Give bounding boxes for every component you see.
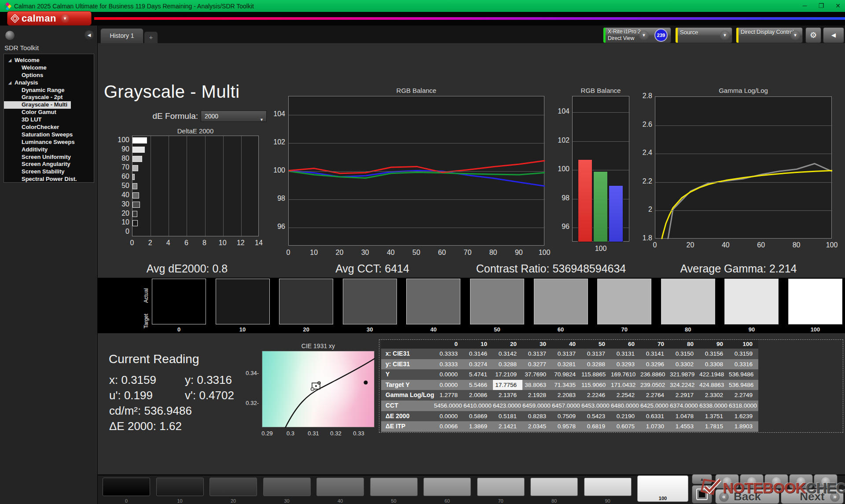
pattern-panel-up-button[interactable]: ▲ [692,474,712,484]
table-row[interactable]: x: CIE310.33330.31460.31420.31370.31370.… [381,349,758,359]
y-tick-label: 10 [108,218,129,226]
table-cell: 37.7690 [522,369,552,380]
next-button[interactable]: Next » [781,489,844,504]
pattern-patch-40[interactable] [316,478,364,496]
sidebar-item-grayscale-2pt[interactable]: Grayscale - 2pt [4,94,94,101]
sidebar-item-options[interactable]: Options [4,72,94,79]
table-cell: 0.3293 [611,359,640,370]
table-cell: 0.5423 [581,411,611,422]
sidebar-item-saturation-sweeps[interactable]: Saturation Sweeps [4,131,94,139]
collapse-toolbar-button[interactable]: ◀ [823,27,844,43]
transport-button-1[interactable] [715,474,739,489]
sidebar-item-welcome[interactable]: Welcome [4,64,94,72]
swatch-label: 60 [534,326,588,333]
table-row[interactable]: ΔE 20000.00000.58690.51810.82830.75090.5… [381,411,758,422]
sidebar-item-additivity[interactable]: Additivity [4,146,94,154]
pattern-patch-10[interactable] [156,478,204,496]
grayscale-swatch-20 [279,279,333,324]
pattern-window-toggle-button[interactable] [692,485,712,504]
sidebar-item-spectral-power-dist-[interactable]: Spectral Power Dist. [4,176,94,183]
transport-button-2[interactable] [740,474,764,489]
column-header-30: 30 [522,340,552,349]
source-dropdown[interactable]: Source ▼ [675,27,732,43]
x-tick-label: 10 [216,239,229,247]
results-table[interactable]: 0102030405060708090100x: CIE310.33330.31… [381,340,758,432]
table-row[interactable]: Gamma Log/Log1.27782.00862.13762.19282.2… [381,390,758,401]
sidebar-item-dynamic-range[interactable]: Dynamic Range [4,87,94,94]
table-cell: 115.9060 [581,380,611,390]
sidebar-collapse-button[interactable]: ◀ [84,30,94,40]
table-cell: 6453.0000 [581,401,611,411]
meter-count-badge[interactable]: 239 [654,29,668,42]
patch-label: 30 [263,498,311,504]
table-row[interactable]: ΔE ITP0.00661.38692.14212.03450.95780.68… [381,421,758,432]
back-button[interactable]: « Back [715,489,779,504]
pattern-patch-20[interactable] [209,478,257,496]
add-tab-button[interactable]: + [144,32,158,43]
sidebar-item-luminance-sweeps[interactable]: Luminance Sweeps [4,139,94,146]
maximize-button[interactable]: ❒ [819,0,824,12]
table-cell: 1.0478 [670,411,699,422]
table-cell: 1.3751 [699,411,729,422]
grayscale-swatch-80 [661,279,715,324]
table-cell: 2.0345 [522,421,552,432]
pattern-patch-60[interactable] [423,478,471,496]
table-row[interactable]: CCT5456.00006410.00006423.00006459.00006… [381,401,758,411]
x-tick-label: 20 [682,241,698,249]
meter-dropdown[interactable]: X-Rite i1Pro 2Direct View ▼ 239 [603,27,671,43]
pattern-patch-80[interactable] [530,478,578,496]
pattern-patch-30[interactable] [263,478,311,496]
transport-button-4[interactable] [789,474,813,489]
minimize-button[interactable]: ─ [803,0,807,12]
transport-button-5[interactable] [814,474,838,489]
pattern-patch-90[interactable] [584,478,632,496]
table-cell: 0.3137 [581,349,611,359]
de-formula-select[interactable]: 2000 ▼ [201,110,267,122]
x-tick-label: 30 [357,249,373,257]
tree-expander-icon[interactable]: ◢ [8,57,11,64]
calman-menu-button[interactable]: calman ▼ [7,11,92,26]
table-cell: 6318.0000 [729,401,758,411]
pattern-patch-50[interactable] [370,478,418,496]
sidebar-item-screen-stability[interactable]: Screen Stability [4,168,94,176]
sidebar-item-3d-lut[interactable]: 3D LUT [4,116,94,124]
x-tick-label: 90 [511,249,527,257]
x-tick-label: 100 [824,241,840,249]
settings-button[interactable]: ⚙ [805,27,821,43]
table-row[interactable]: Y0.00005.474117.210937.769070.9824115.88… [381,369,758,380]
display-control-dropdown[interactable]: Direct Display Control ▼ [736,27,803,43]
close-button[interactable]: ✕ [835,0,841,12]
sidebar-item-welcome[interactable]: ◢Welcome [4,57,94,64]
table-cell: 0.3156 [699,349,729,359]
reading-luminance: cd/m²: 536.9486 [109,404,192,418]
sidebar-item-screen-angularity[interactable]: Screen Angularity [4,161,94,168]
sidebar-item-grayscale-multi[interactable]: Grayscale - Multi [4,101,71,109]
pattern-patch-0[interactable] [103,478,150,496]
y-tick-label: 2.6 [632,121,652,129]
y-tick-label: 100 [263,166,285,174]
rgb-bar-blue [609,185,623,242]
window-controls: ─ ❒ ✕ [803,0,841,12]
swatch-label: 30 [343,326,397,333]
tree-expander-icon[interactable]: ◢ [8,79,11,87]
patch-label: 100 [637,496,688,501]
app-icon [4,2,11,10]
deltae-bar-90 [132,147,145,153]
y-tick-label: 96 [548,223,569,231]
sidebar-item-colorchecker[interactable]: ColorChecker [4,124,94,131]
pattern-patch-70[interactable] [477,478,525,496]
table-cell: 38.8063 [522,380,552,390]
table-row[interactable]: y: CIE310.33330.32740.32880.32770.32810.… [381,359,758,370]
table-cell: 1.3869 [463,421,493,432]
sidebar-item-screen-uniformity[interactable]: Screen Uniformity [4,154,94,161]
sidebar-item-color-gamut[interactable]: Color Gamut [4,109,94,116]
table-cell: 71.3435 [552,380,581,390]
next-arrow-icon: » [830,492,840,502]
sidebar-item-analysis[interactable]: ◢Analysis [4,79,94,87]
chevron-down-icon: ▼ [639,30,649,40]
table-row[interactable]: Target Y0.00005.546617.775638.806371.343… [381,380,758,390]
workflow-sphere-icon[interactable] [5,31,15,40]
tab-history-1[interactable]: History 1 [100,28,143,43]
swatch-label: 10 [216,326,270,333]
transport-button-3[interactable] [764,474,788,489]
